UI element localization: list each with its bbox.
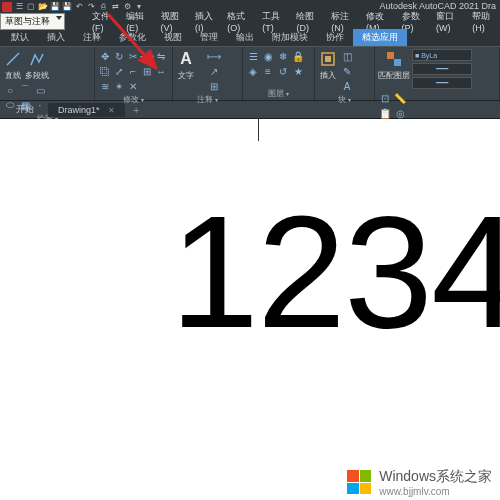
watermark-footer: Windows系统之家 www.bjjmlv.com bbox=[0, 464, 500, 500]
fillet-icon[interactable]: ⌐ bbox=[126, 64, 140, 78]
ribbon: 直线 多段线 ○ ⌒ ▭ ⬭ ▦ · 绘图▾ ✥ ↻ ✂ ⟶ ⇋ bbox=[0, 46, 500, 101]
svg-rect-3 bbox=[387, 52, 394, 59]
tab-manage[interactable]: 管理 bbox=[191, 29, 227, 46]
tab-output[interactable]: 输出 bbox=[227, 29, 263, 46]
move-icon[interactable]: ✥ bbox=[98, 49, 112, 63]
leader-icon[interactable]: ↗ bbox=[198, 64, 230, 78]
lineweight-select[interactable]: ━━━ bbox=[412, 77, 472, 89]
layer-state-icon[interactable]: ★ bbox=[291, 64, 305, 78]
polyline-icon bbox=[27, 49, 47, 69]
chevron-down-icon bbox=[56, 16, 62, 20]
new-tab-button[interactable]: + bbox=[129, 104, 143, 116]
match-props-icon bbox=[384, 49, 404, 69]
panel-label-layers[interactable]: 图层▾ bbox=[246, 87, 311, 99]
arc-icon[interactable]: ⌒ bbox=[18, 83, 32, 97]
open-icon[interactable]: 📂 bbox=[38, 2, 48, 12]
rotate-icon[interactable]: ↻ bbox=[112, 49, 126, 63]
layer-prev-icon[interactable]: ↺ bbox=[276, 64, 290, 78]
color-select[interactable]: ■ ByLa bbox=[412, 49, 472, 61]
autocad-logo-icon bbox=[2, 2, 12, 12]
panel-label-annotation[interactable]: 注释▾ bbox=[176, 93, 239, 105]
offset-icon[interactable]: ≋ bbox=[98, 79, 112, 93]
svg-rect-4 bbox=[394, 59, 401, 66]
workspace-label: 草图与注释 bbox=[5, 16, 50, 26]
panel-properties: 匹配图层 ■ ByLa ━━━ ━━━ ⊡ 📏 📋 ◎ 特性▾ bbox=[375, 47, 500, 100]
undo-icon[interactable]: ↶ bbox=[74, 2, 84, 12]
block-create-icon[interactable]: ◫ bbox=[340, 49, 354, 63]
save-icon[interactable]: 💾 bbox=[50, 2, 60, 12]
tab-default[interactable]: 默认 bbox=[2, 29, 38, 46]
scale-icon[interactable]: ⤢ bbox=[112, 64, 126, 78]
polyline-button[interactable]: 多段线 bbox=[25, 49, 49, 81]
svg-rect-2 bbox=[325, 56, 331, 62]
workspace-selector[interactable]: 草图与注释 bbox=[0, 13, 65, 30]
stretch-icon[interactable]: ↔ bbox=[154, 64, 168, 78]
layer-lock-icon[interactable]: 🔒 bbox=[291, 49, 305, 63]
windows-logo-icon bbox=[347, 470, 371, 494]
text-button[interactable]: A 文字 bbox=[176, 49, 196, 81]
block-attr-icon[interactable]: A bbox=[340, 79, 354, 93]
new-icon[interactable]: ▢ bbox=[26, 2, 36, 12]
layer-off-icon[interactable]: ◉ bbox=[261, 49, 275, 63]
tab-featured[interactable]: 精选应用 bbox=[353, 29, 407, 46]
group-icon[interactable]: ⊡ bbox=[378, 91, 392, 105]
line-button[interactable]: 直线 bbox=[3, 49, 23, 81]
panel-modify: ✥ ↻ ✂ ⟶ ⇋ ⿻ ⤢ ⌐ ⊞ ↔ ≋ ✴ ✕ 修改▾ bbox=[95, 47, 173, 100]
extend-icon[interactable]: ⟶ bbox=[140, 49, 154, 63]
layer-iso-icon[interactable]: ◈ bbox=[246, 64, 260, 78]
panel-label-block[interactable]: 块▾ bbox=[318, 93, 371, 105]
menu-bar: 文件(F) 编辑(E) 视图(V) 插入(I) 格式(O) 工具(T) 绘图(D… bbox=[0, 13, 500, 29]
insert-block-button[interactable]: 插入 bbox=[318, 49, 338, 81]
svg-line-0 bbox=[7, 53, 19, 65]
mirror-icon[interactable]: ⇋ bbox=[154, 49, 168, 63]
panel-block: 插入 ◫ ✎ A 块▾ bbox=[315, 47, 375, 100]
tab-collaborate[interactable]: 协作 bbox=[317, 29, 353, 46]
panel-layers: ☰ ◉ ❄ 🔒 ◈ ≡ ↺ ★ 图层▾ bbox=[243, 47, 315, 100]
tab-annotate[interactable]: 注释 bbox=[74, 29, 110, 46]
tab-start[interactable]: 开始 bbox=[6, 101, 44, 118]
menu-icon[interactable]: ☰ bbox=[14, 2, 24, 12]
close-icon[interactable]: ✕ bbox=[108, 106, 115, 115]
layer-match-icon[interactable]: ≡ bbox=[261, 64, 275, 78]
tab-view[interactable]: 视图 bbox=[155, 29, 191, 46]
text-icon: A bbox=[176, 49, 196, 69]
watermark-brand: Windows系统之家 bbox=[379, 468, 492, 486]
tab-addins[interactable]: 附加模块 bbox=[263, 29, 317, 46]
tab-parametric[interactable]: 参数化 bbox=[110, 29, 155, 46]
tab-drawing[interactable]: Drawing1* ✕ bbox=[48, 103, 125, 117]
erase-icon[interactable]: ✕ bbox=[126, 79, 140, 93]
explode-icon[interactable]: ✴ bbox=[112, 79, 126, 93]
tab-insert[interactable]: 插入 bbox=[38, 29, 74, 46]
panel-annotation: A 文字 ⟼ ↗ ⊞ 注释▾ bbox=[173, 47, 243, 100]
block-edit-icon[interactable]: ✎ bbox=[340, 64, 354, 78]
array-icon[interactable]: ⊞ bbox=[140, 64, 154, 78]
app-title: Autodesk AutoCAD 2021 Dra bbox=[379, 0, 496, 13]
layer-freeze-icon[interactable]: ❄ bbox=[276, 49, 290, 63]
block-insert-icon bbox=[318, 49, 338, 69]
line-icon bbox=[3, 49, 23, 69]
copy-icon[interactable]: ⿻ bbox=[98, 64, 112, 78]
saveas-icon[interactable]: 💾 bbox=[62, 2, 72, 12]
dimension-icon[interactable]: ⟼ bbox=[198, 49, 230, 63]
panel-draw: 直线 多段线 ○ ⌒ ▭ ⬭ ▦ · 绘图▾ bbox=[0, 47, 95, 100]
paste-icon[interactable]: 📋 bbox=[378, 106, 392, 120]
text-cursor bbox=[258, 119, 259, 141]
canvas-text-content: 1234 bbox=[170, 180, 500, 364]
rect-icon[interactable]: ▭ bbox=[33, 83, 47, 97]
circle-icon[interactable]: ○ bbox=[3, 83, 17, 97]
linetype-select[interactable]: ━━━ bbox=[412, 63, 472, 75]
measure-icon[interactable]: 📏 bbox=[393, 91, 407, 105]
watermark-url: www.bjjmlv.com bbox=[379, 486, 492, 497]
table-icon[interactable]: ⊞ bbox=[198, 79, 230, 93]
trim-icon[interactable]: ✂ bbox=[126, 49, 140, 63]
layer-props-icon[interactable]: ☰ bbox=[246, 49, 260, 63]
base-icon[interactable]: ◎ bbox=[393, 106, 407, 120]
match-props-button[interactable]: 匹配图层 bbox=[378, 49, 410, 81]
